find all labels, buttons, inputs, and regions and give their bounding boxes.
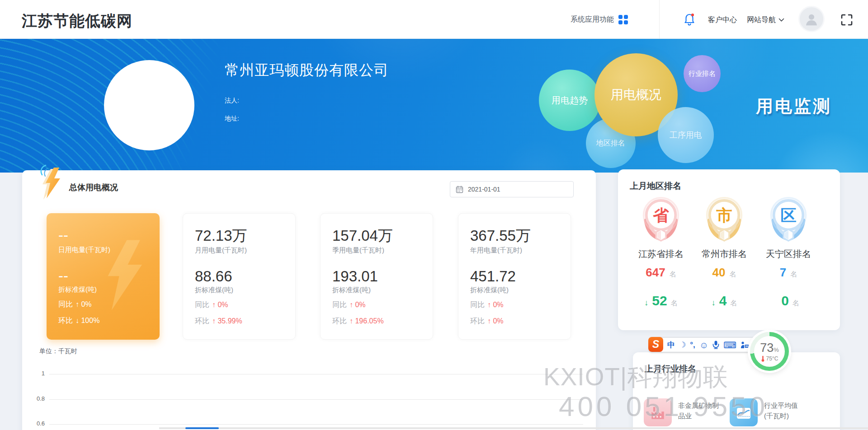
region-rank-change: 0 名 <box>778 293 799 308</box>
factory-icon <box>644 398 672 426</box>
stat-value: 72.13万 <box>195 228 247 243</box>
overview-title: 总体用电概况 <box>69 182 118 193</box>
user-avatar[interactable] <box>798 6 825 32</box>
stat-mom: 环比↓ 100% <box>58 316 99 326</box>
horizontal-scrollbar <box>159 427 868 429</box>
arrow-down-icon: ↓ <box>712 298 716 308</box>
arrow-up-icon: ↑ <box>487 301 491 308</box>
notification-bell-icon[interactable] <box>684 13 695 26</box>
chinese-mode-icon[interactable]: 中 <box>667 341 675 349</box>
svg-text:省: 省 <box>653 206 669 224</box>
region-rank-change: ↓ 52 名 <box>644 293 677 308</box>
arrow-down-icon: ↓ <box>644 298 648 308</box>
cpu-usage-gauge: 73 % 75°C <box>750 332 789 371</box>
scrollbar-thumb[interactable] <box>185 427 219 429</box>
stat-value-label: 月用电量(千瓦时) <box>195 246 247 255</box>
stat-yoy: 同比↑ 0% <box>332 300 366 310</box>
person-icon <box>804 11 819 27</box>
lightning-icon <box>38 164 66 200</box>
stat-value: 157.04万 <box>332 228 393 243</box>
punctuation-icon[interactable]: °, <box>690 341 695 349</box>
legal-person-label: 法人: <box>225 97 239 105</box>
overview-panel: 总体用电概况 2021-01-01 -- 日用电量(千瓦时) -- 折标准煤(吨… <box>22 170 596 430</box>
arrow-up-icon: ↑ <box>212 317 216 325</box>
night-mode-icon[interactable]: ☽ <box>679 341 686 349</box>
fullscreen-icon[interactable] <box>840 13 854 27</box>
y-axis-tick: 0.8 <box>22 395 45 402</box>
customer-center-label: 客户中心 <box>708 15 737 25</box>
region-rank-city: 市 常州市排名 40 名 ↓ 4 名 <box>690 196 758 308</box>
sogou-logo-icon[interactable]: S <box>648 337 663 352</box>
stat-yoy: 同比↑ 0% <box>470 300 504 310</box>
industry-item-average: 行业平均值 (千瓦时) <box>730 398 808 426</box>
region-rank-change: ↓ 4 名 <box>712 293 737 308</box>
stat-mom: 环比↑ 0% <box>470 317 504 326</box>
medal-icon: 市 <box>703 196 746 243</box>
arrow-up-icon: ↑ <box>212 301 216 308</box>
region-rank-province: 省 江苏省排名 647 名 ↓ 52 名 <box>627 196 695 308</box>
medal-icon: 省 <box>639 196 683 243</box>
stat-coal-value: 451.72 <box>470 269 516 284</box>
stat-card-quarterly: 157.04万 季用电量(千瓦时) 193.01 折标准煤(吨) 同比↑ 0% … <box>320 213 433 340</box>
stat-value: 367.55万 <box>470 228 531 243</box>
region-rank-value: 7 名 <box>780 266 797 280</box>
site-title: 江苏节能低碳网 <box>22 11 132 32</box>
address-label: 地址: <box>225 115 239 123</box>
bubble-process-power[interactable]: 工序用电 <box>658 107 714 163</box>
industry-ranking-title: 上月行业排名 <box>645 363 696 375</box>
bubble-power-trend[interactable]: 用电趋势 <box>539 70 600 131</box>
stat-value-label: 年用电量(千瓦时) <box>470 246 522 255</box>
industry-item-label: 非金属矿物制品业 <box>678 398 722 426</box>
site-nav-link[interactable]: 网站导航 <box>747 15 784 25</box>
industry-ranking-panel: 上月行业排名 非金属矿物制品业 <box>633 352 840 430</box>
company-name: 常州亚玛顿股份有限公司 <box>225 61 389 80</box>
bubble-label: 用电趋势 <box>552 94 588 107</box>
stat-coal-value: -- <box>58 268 68 283</box>
header-divider <box>659 0 660 39</box>
toolbox-icon[interactable] <box>741 341 749 349</box>
top-header: 江苏节能低碳网 系统应用功能 客户中心 网站导航 <box>0 0 868 39</box>
stat-coal-label: 折标准煤(吨) <box>58 285 97 294</box>
bubble-industry-ranking[interactable]: 行业排名 <box>684 55 721 92</box>
trend-icon <box>730 398 758 426</box>
chart-unit-label: 单位：千瓦时 <box>39 347 77 355</box>
stat-yoy: 同比↑ 0% <box>58 300 92 309</box>
voice-icon[interactable] <box>712 341 719 349</box>
stat-coal-label: 折标准煤(吨) <box>332 286 371 294</box>
chevron-down-icon <box>778 18 784 22</box>
calendar-icon <box>456 186 463 193</box>
arrow-up-icon: ↑ <box>487 317 491 325</box>
hero-banner: 常州亚玛顿股份有限公司 法人: 地址: 地区排名 用电趋势 行业排名 用电概况 … <box>0 39 868 173</box>
app-root: 江苏节能低碳网 系统应用功能 客户中心 网站导航 <box>0 0 868 430</box>
stat-value-label: 季用电量(千瓦时) <box>332 246 384 255</box>
thermometer-icon <box>761 355 765 362</box>
region-rank-label: 江苏省排名 <box>638 248 684 260</box>
stat-card-daily: -- 日用电量(千瓦时) -- 折标准煤(吨) 同比↑ 0% 环比↓ 100% <box>47 213 160 340</box>
gauge-temperature: 75°C <box>766 355 778 362</box>
gauge-percent: 73 <box>760 341 774 355</box>
bubble-label: 用电概况 <box>611 86 661 103</box>
keyboard-icon[interactable]: ⌨ <box>723 341 736 350</box>
bolt-watermark-icon <box>93 218 151 331</box>
region-ranking-panel: 上月地区排名 省 江苏省排名 647 名 ↓ 52 名 <box>618 169 840 330</box>
customer-center-link[interactable]: 客户中心 <box>708 15 737 25</box>
system-apps-button[interactable]: 系统应用功能 <box>571 0 628 39</box>
stat-coal-label: 折标准煤(吨) <box>195 286 233 294</box>
svg-text:市: 市 <box>716 206 732 224</box>
medal-icon: 区 <box>767 196 810 243</box>
arrow-up-icon: ↑ <box>349 301 353 308</box>
date-value: 2021-01-01 <box>468 186 500 193</box>
svg-text:区: 区 <box>780 206 796 224</box>
gauge-inner: 73 % 75°C <box>754 336 785 367</box>
stat-coal-value: 193.01 <box>332 269 378 284</box>
emoji-icon[interactable]: ☺ <box>699 341 708 350</box>
apps-grid-icon <box>618 15 628 24</box>
stat-coal-label: 折标准煤(吨) <box>470 286 509 294</box>
date-picker[interactable]: 2021-01-01 <box>450 181 574 197</box>
stat-value-label: 日用电量(千瓦时) <box>58 246 110 254</box>
stat-card-monthly: 72.13万 月用电量(千瓦时) 88.66 折标准煤(吨) 同比↑ 0% 环比… <box>183 213 296 340</box>
arrow-up-icon: ↑ <box>349 317 353 325</box>
industry-item-label: 行业平均值 (千瓦时) <box>764 398 808 426</box>
stat-yoy: 同比↑ 0% <box>195 300 228 310</box>
stat-value: -- <box>58 228 68 243</box>
